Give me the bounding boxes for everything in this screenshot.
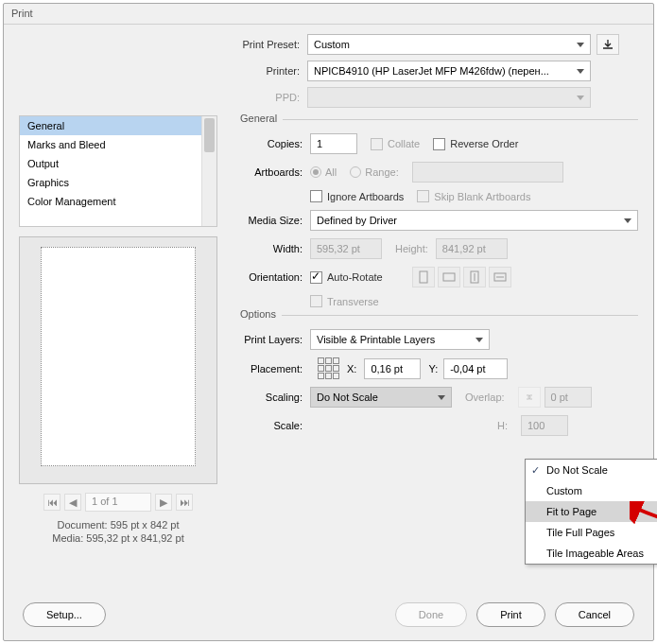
printer-select[interactable]: NPICB4910 (HP LaserJet MFP M426fdw) (пер… <box>307 61 591 81</box>
scaling-label: Scaling: <box>234 392 310 403</box>
ignore-artboards-checkbox[interactable]: Ignore Artboards <box>310 190 404 202</box>
done-button[interactable]: Done <box>395 602 467 627</box>
copies-label: Copies: <box>234 138 310 149</box>
print-preset-select[interactable]: Custom <box>307 34 591 55</box>
y-label: Y: <box>428 363 438 374</box>
overlap-label: Overlap: <box>465 392 512 403</box>
range-input <box>412 162 563 183</box>
height-label: Height: <box>395 243 436 254</box>
page-indicator[interactable]: 1 of 1 <box>85 493 151 512</box>
placement-grid-icon[interactable] <box>318 357 339 379</box>
setup-button[interactable]: Setup... <box>23 602 106 627</box>
orient-portrait-icon <box>412 267 435 287</box>
orientation-label: Orientation: <box>234 271 310 283</box>
scale-label: Scale: <box>234 420 310 431</box>
document-size-info: Document: 595 pt x 842 pt Media: 595,32 … <box>19 518 217 545</box>
ppd-select <box>307 87 591 108</box>
print-dialog: Print Print Preset: Custom Printer: NPIC… <box>3 3 654 641</box>
orient-landscape-icon <box>438 267 460 287</box>
artboards-label: Artboards: <box>234 166 310 178</box>
media-size-select[interactable]: Defined by Driver <box>310 210 638 231</box>
svg-rect-0 <box>420 271 427 283</box>
ppd-label: PPD: <box>275 92 307 103</box>
general-section: General Copies: 1 Collate Reverse Order … <box>234 119 638 307</box>
print-button[interactable]: Print <box>476 602 545 627</box>
sidebar-item-output[interactable]: Output <box>20 154 216 173</box>
annotation-arrow-icon <box>630 501 657 539</box>
print-layers-select[interactable]: Visible & Printable Layers <box>310 329 490 350</box>
x-label: X: <box>347 363 356 374</box>
transverse-checkbox: Transverse <box>310 295 379 307</box>
prev-page-icon[interactable]: ◀ <box>64 494 81 511</box>
scaling-option-tileimage[interactable]: Tile Imageable Areas <box>526 543 657 564</box>
options-section: Options Print Layers: Visible & Printabl… <box>234 315 638 436</box>
width-label: Width: <box>234 243 310 254</box>
width-input: 595,32 pt <box>310 238 382 259</box>
last-page-icon[interactable]: ⏭ <box>176 494 193 511</box>
next-page-icon[interactable]: ▶ <box>155 494 172 511</box>
pager: ⏮ ◀ 1 of 1 ▶ ⏭ <box>19 492 217 513</box>
artboards-all-radio: All <box>310 166 337 178</box>
scaling-option-donotscale[interactable]: Do Not Scale <box>526 460 657 480</box>
printer-label: Printer: <box>267 65 307 77</box>
print-layers-label: Print Layers: <box>234 334 310 345</box>
y-input[interactable]: -0,04 pt <box>443 358 508 379</box>
collate-checkbox: Collate <box>371 138 420 150</box>
first-page-icon[interactable]: ⏮ <box>43 494 61 511</box>
dialog-title: Print <box>4 4 653 25</box>
media-size-label: Media Size: <box>234 215 310 226</box>
scaling-select[interactable]: Do Not Scale <box>310 387 452 408</box>
sidebar-item-marks[interactable]: Marks and Bleed <box>20 135 216 154</box>
overlap-input: 0 pt <box>545 387 592 408</box>
overlap-link-icon <box>518 387 541 408</box>
h-label: H: <box>497 420 515 431</box>
height-input: 841,92 pt <box>436 238 508 259</box>
cancel-button[interactable]: Cancel <box>555 602 634 627</box>
placement-label: Placement: <box>234 363 310 374</box>
print-preset-label: Print Preset: <box>242 39 307 50</box>
page-preview <box>19 236 217 484</box>
save-preset-icon[interactable] <box>596 34 619 55</box>
h-input: 100 <box>521 415 568 436</box>
orient-landscape-rev-icon <box>489 267 511 287</box>
copies-input[interactable]: 1 <box>310 133 357 154</box>
x-input[interactable]: 0,16 pt <box>364 358 421 379</box>
sidebar-item-color[interactable]: Color Management <box>20 192 216 211</box>
orient-portrait-rev-icon <box>463 267 486 287</box>
sidebar-item-general[interactable]: General <box>20 116 216 135</box>
auto-rotate-checkbox[interactable]: Auto-Rotate <box>310 271 383 284</box>
sidebar-item-graphics[interactable]: Graphics <box>20 173 216 192</box>
categories-list[interactable]: General Marks and Bleed Output Graphics … <box>19 115 217 227</box>
reverse-order-checkbox[interactable]: Reverse Order <box>433 138 518 150</box>
skip-blank-checkbox: Skip Blank Artboards <box>417 190 530 202</box>
artboards-range-radio: Range: <box>350 166 398 178</box>
svg-rect-1 <box>443 273 455 281</box>
button-bar: Setup... Done Print Cancel <box>4 602 653 627</box>
scaling-option-custom[interactable]: Custom <box>526 480 657 501</box>
scrollbar[interactable] <box>201 116 216 226</box>
